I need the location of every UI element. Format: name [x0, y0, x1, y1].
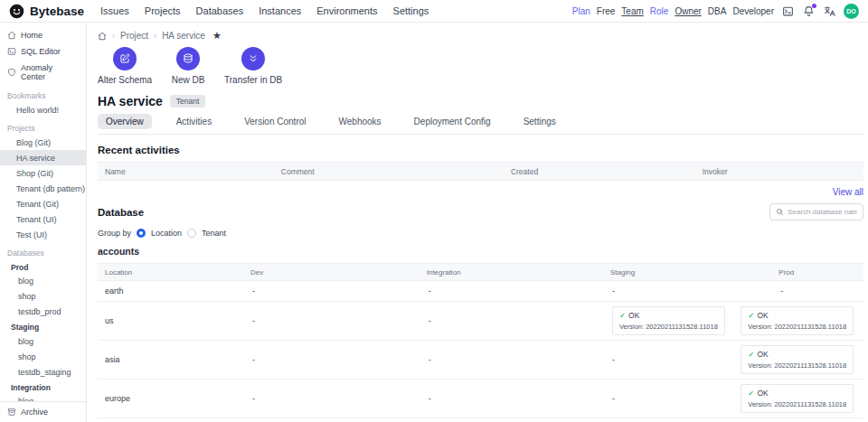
home-breadcrumb-icon[interactable] — [98, 32, 107, 41]
plan-role-segment[interactable]: Owner — [675, 6, 701, 16]
group-by-label: Group by — [98, 229, 131, 238]
search-icon — [776, 208, 784, 216]
status-text: OK — [757, 389, 768, 398]
nav-link[interactable]: Databases — [196, 5, 244, 16]
tab[interactable]: Version Control — [236, 114, 314, 129]
sidebar-item-project[interactable]: Shop (Git) — [0, 165, 86, 181]
sidebar-item-project[interactable]: Tenant (Git) — [0, 196, 86, 211]
sidebar-item-anomaly-center[interactable]: Anomaly Center — [0, 60, 86, 85]
avatar[interactable]: DO — [844, 4, 859, 19]
database-matrix-cell: - — [243, 314, 420, 327]
table-row: earth - - - — [98, 281, 863, 302]
translate-icon — [824, 5, 835, 17]
accounts-table-header: Location Dev Integration Staging Prod — [98, 263, 863, 281]
sidebar-item-database[interactable]: blog — [0, 333, 86, 349]
sidebar: Home SQL Editor Anomaly Center Bookmarks… — [0, 23, 87, 422]
tab[interactable]: Webhooks — [331, 114, 390, 129]
view-all-link[interactable]: View all — [98, 187, 863, 197]
notifications-button[interactable] — [802, 5, 816, 18]
database-matrix-cell: ✓OK Version: 20220211131528.11018 — [771, 418, 863, 422]
sidebar-item-project[interactable]: HA service — [0, 150, 86, 165]
new-db-circle — [176, 47, 200, 70]
status-text: OK — [757, 350, 768, 359]
breadcrumb-project[interactable]: Project — [120, 31, 148, 41]
sidebar-item-database[interactable]: shop — [0, 349, 86, 364]
radio-tenant-label[interactable]: Tenant — [202, 229, 226, 238]
radio-location[interactable] — [137, 229, 146, 238]
sidebar-item-bookmark[interactable]: Hello world! — [0, 102, 86, 117]
status-text: OK — [757, 311, 768, 320]
search-database-input[interactable] — [788, 208, 857, 216]
nav-link[interactable]: Settings — [393, 5, 429, 16]
sidebar-item-sql-editor[interactable]: SQL Editor — [0, 43, 86, 60]
tab[interactable]: Deployment Config — [406, 114, 499, 129]
plan-role-segment[interactable]: Team — [621, 6, 643, 16]
location-cell: europe — [98, 389, 243, 408]
recent-activities-heading: Recent activities — [98, 145, 863, 155]
empty-cell-dash: - — [429, 286, 431, 295]
sidebar-item-database[interactable]: blog — [0, 274, 86, 289]
sidebar-item-project[interactable]: Tenant (db pattern) — [0, 181, 86, 196]
tab[interactable]: Activities — [168, 114, 220, 129]
version-text: Version: 20220211131528.11018 — [748, 323, 846, 331]
sidebar-item-project[interactable]: Test (UI) — [0, 227, 86, 242]
column-header: Location — [98, 268, 243, 277]
tab[interactable]: Overview — [98, 114, 152, 129]
plan-role-segment[interactable]: Free — [597, 6, 616, 16]
sidebar-item-project[interactable]: Tenant (UI) — [0, 211, 86, 227]
notification-dot — [812, 4, 816, 8]
nav-link[interactable]: Issues — [100, 5, 129, 16]
console-button[interactable] — [781, 5, 795, 18]
database-list: blogshoptestdb_staging — [0, 333, 86, 380]
table-row: mars - - - — [98, 418, 863, 422]
empty-cell-dash: - — [252, 394, 255, 403]
nav-link[interactable]: Projects — [145, 5, 181, 16]
empty-cell-dash: - — [252, 286, 255, 295]
database-matrix-cell: - — [420, 285, 603, 297]
transfer-in-db-button[interactable]: Transfer in DB — [224, 47, 282, 85]
tenant-badge: Tenant — [170, 95, 206, 108]
database-status-card[interactable]: ✓OK Version: 20220211131528.11018 — [612, 306, 725, 335]
empty-cell-dash: - — [252, 355, 255, 364]
bytebase-logo[interactable]: Bytebase — [9, 4, 84, 19]
location-cell: earth — [98, 281, 243, 301]
sidebar-item-database[interactable]: shop — [0, 289, 86, 305]
sidebar-section-projects: Projects — [0, 117, 86, 135]
nav-link[interactable]: Environments — [316, 5, 377, 16]
radio-tenant[interactable] — [187, 229, 196, 238]
database-status-card[interactable]: ✓OK Version: 20220211131528.11018 — [741, 345, 854, 374]
main-nav: IssuesProjectsDatabasesInstancesEnvironm… — [100, 5, 429, 16]
database-status-card[interactable]: ✓OK Version: 20220211131528.11018 — [741, 384, 854, 413]
tab[interactable]: Settings — [515, 114, 564, 129]
check-icon: ✓ — [748, 311, 754, 320]
sidebar-item-archive[interactable]: Archive — [0, 401, 86, 422]
sidebar-item-home[interactable]: Home — [0, 27, 86, 43]
plan-role-segment[interactable]: DBA — [708, 6, 727, 16]
transfer-circle — [241, 47, 265, 70]
column-header: Dev — [243, 268, 420, 277]
language-button[interactable] — [823, 5, 836, 18]
database-status-card[interactable]: ✓OK Version: 20220211131528.11018 — [741, 306, 854, 335]
group-by-control: Group by Location Tenant — [98, 229, 863, 238]
sidebar-env-label: Staging — [0, 320, 86, 334]
empty-cell-dash: - — [612, 394, 615, 403]
sidebar-section-bookmarks: Bookmarks — [0, 85, 86, 102]
alter-schema-button[interactable]: Alter Schema — [98, 47, 152, 85]
column-header: Integration — [420, 268, 603, 277]
nav-link[interactable]: Instances — [259, 5, 301, 16]
sidebar-item-database[interactable]: testdb_staging — [0, 364, 86, 380]
database-matrix-cell: - — [603, 285, 771, 297]
new-db-button[interactable]: New DB — [165, 47, 212, 85]
empty-cell-dash: - — [429, 394, 431, 403]
column-header: Comment — [274, 167, 504, 176]
sidebar-env-label: Prod — [0, 259, 86, 274]
favorite-star-icon[interactable]: ★ — [212, 30, 222, 42]
plan-role-segment[interactable]: Plan — [572, 6, 590, 16]
radio-location-label[interactable]: Location — [151, 229, 182, 238]
home-icon — [7, 31, 16, 40]
sidebar-item-database[interactable]: testdb_prod — [0, 305, 86, 320]
check-icon: ✓ — [748, 350, 754, 359]
sidebar-item-project[interactable]: Blog (Git) — [0, 135, 86, 150]
plan-role-segment[interactable]: Role — [650, 6, 669, 16]
plan-role-segment[interactable]: Developer — [732, 6, 774, 16]
